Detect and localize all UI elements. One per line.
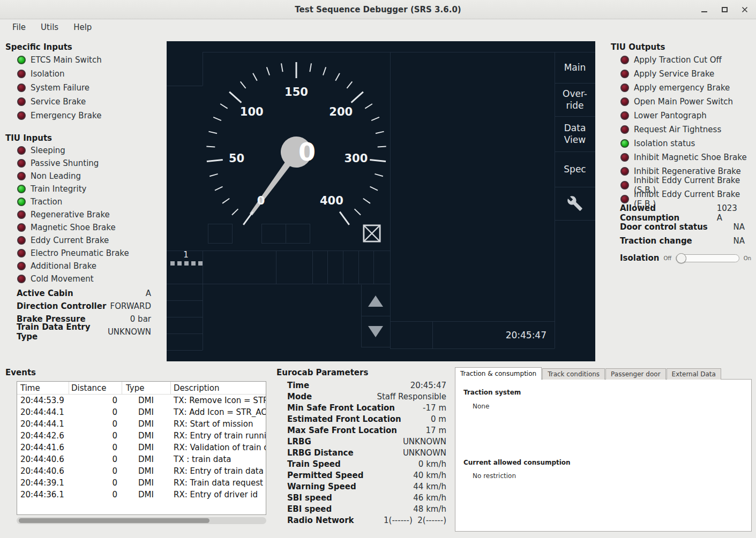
grid-line xyxy=(167,300,203,301)
input-cold-movement[interactable]: Cold Movement xyxy=(5,272,161,285)
scroll-down-button[interactable] xyxy=(368,326,383,337)
col-header-type[interactable]: Type xyxy=(122,382,171,394)
traction-system-title: Traction system xyxy=(463,389,521,396)
event-row[interactable]: 20:44:42.60DMIRX: Entry of train running… xyxy=(17,430,266,442)
cell-distance: 0 xyxy=(69,478,122,488)
scroll-up-button[interactable] xyxy=(368,295,383,307)
input-train-integrity[interactable]: Train Integrity xyxy=(5,183,161,195)
traction-system-value: None xyxy=(473,403,489,410)
col-header-description[interactable]: Description xyxy=(171,382,266,394)
input-sleeping[interactable]: Sleeping xyxy=(5,144,161,157)
event-row[interactable]: 20:44:53.90DMITX: Remove Icon = STR_ACK xyxy=(17,395,266,406)
input-traction[interactable]: Traction xyxy=(5,195,161,208)
output-label: Apply emergency Brake xyxy=(634,83,730,93)
train-data-entry-type-row: Train Data Entry TypeUNKNOWN xyxy=(5,325,151,338)
event-row[interactable]: 20:44:44.10DMITX: Add Icon = STR_ACK_ST xyxy=(17,406,266,418)
input-isolation[interactable]: Isolation xyxy=(5,67,161,81)
isolation-slider-knob[interactable] xyxy=(676,253,686,263)
cell-distance: 0 xyxy=(69,396,122,405)
cell-description: RX: Train data request xyxy=(171,478,266,488)
param-label: LRBG xyxy=(287,437,311,446)
led-icon xyxy=(620,97,629,106)
led-icon xyxy=(17,210,26,219)
param-value: 0 bar xyxy=(130,314,151,324)
events-table: Time Distance Type Description 20:44:53.… xyxy=(17,381,266,515)
input-etcs-main-switch[interactable]: ETCS Main Switch xyxy=(5,53,161,67)
param-value: 44 km/h xyxy=(413,482,446,491)
col-header-time[interactable]: Time xyxy=(17,382,69,394)
scrollbar-thumb[interactable] xyxy=(19,518,209,523)
tab-traction-consumption[interactable]: Traction & consumption xyxy=(455,367,542,380)
tab-passenger-door[interactable]: Passenger door xyxy=(605,368,666,380)
svg-text:0: 0 xyxy=(257,194,265,207)
event-row[interactable]: 20:44:41.60DMIRX: Validation of train da… xyxy=(17,442,266,453)
track-square xyxy=(184,261,189,266)
input-service-brake[interactable]: Service Brake xyxy=(5,95,161,109)
led-icon xyxy=(17,70,26,78)
param-row: Estimated Front Location0 m xyxy=(287,413,446,425)
dmi-settings-button[interactable] xyxy=(555,187,595,220)
crossed-track-icon xyxy=(363,224,381,243)
menu-file[interactable]: File xyxy=(6,21,32,34)
input-label: Magnetic Shoe Brake xyxy=(31,223,116,232)
param-value: -17 m xyxy=(423,403,446,413)
input-emergency-brake[interactable]: Emergency Brake xyxy=(5,109,161,123)
isolation-slider[interactable] xyxy=(676,254,739,262)
minimize-button[interactable] xyxy=(698,4,710,16)
param-label: Active Cabin xyxy=(17,289,73,298)
param-value: NA xyxy=(733,222,745,232)
menu-utils[interactable]: Utils xyxy=(35,21,64,34)
led-icon xyxy=(17,262,26,270)
traction-change-row: Traction changeNA xyxy=(611,234,751,248)
param-label: Estimated Front Location xyxy=(287,414,401,424)
dmi-spec-button[interactable]: Spec xyxy=(555,151,595,187)
event-row[interactable]: 20:44:40.60DMIRX: Entry of train data xyxy=(17,465,266,477)
dmi-data-view-button[interactable]: DataView xyxy=(555,116,595,151)
cell-time: 20:44:40.6 xyxy=(17,466,69,476)
cell-description: TX : train data xyxy=(171,454,266,464)
param-row: Permitted Speed40 km/h xyxy=(287,469,446,481)
close-icon xyxy=(742,6,748,13)
col-header-distance[interactable]: Distance xyxy=(69,382,122,394)
param-label: Warning Speed xyxy=(287,482,356,491)
grid-line xyxy=(167,350,203,351)
input-non-leading[interactable]: Non Leading xyxy=(5,170,161,183)
input-eddy-current-brake[interactable]: Eddy Current Brake xyxy=(5,234,161,247)
menu-help[interactable]: Help xyxy=(68,21,98,34)
event-row[interactable]: 20:44:44.10DMIRX: Start of mission xyxy=(17,418,266,430)
dmi-main-button[interactable]: Main xyxy=(555,52,595,83)
dmi-override-button[interactable]: Over-ride xyxy=(555,83,595,116)
grid-line xyxy=(203,284,203,350)
param-label: Train Data Entry Type xyxy=(17,322,108,342)
tab-external-data[interactable]: External Data xyxy=(667,368,721,380)
tab-track-conditions[interactable]: Track conditions xyxy=(542,368,605,380)
close-button[interactable] xyxy=(739,4,751,16)
param-value: 20:45:47 xyxy=(410,381,446,390)
grid-line xyxy=(361,347,390,347)
input-electro-pneumatic-brake[interactable]: Electro Pneumatic Brake xyxy=(5,247,161,260)
input-additional-brake[interactable]: Additional Brake xyxy=(5,260,161,272)
led-icon xyxy=(620,125,629,134)
param-label: Door control status xyxy=(620,222,708,232)
horizontal-scrollbar[interactable] xyxy=(17,517,266,524)
event-row[interactable]: 20:44:40.60DMITX : train data xyxy=(17,453,266,465)
input-magnetic-shoe-brake[interactable]: Magnetic Shoe Brake xyxy=(5,221,161,234)
led-icon xyxy=(17,97,26,106)
cell-description: RX: Entry of driver id xyxy=(171,490,266,499)
led-icon xyxy=(17,223,26,232)
maximize-button[interactable] xyxy=(718,4,730,16)
input-system-failure[interactable]: System Failure xyxy=(5,81,161,95)
event-row[interactable]: 20:44:36.10DMIRX: Entry of driver id xyxy=(17,489,266,501)
cell-description: RX: Start of mission xyxy=(171,419,266,429)
output-lower-pantograph: Lower Pantograph xyxy=(611,109,751,123)
param-row: Warning Speed44 km/h xyxy=(287,481,446,492)
cab-info-section: Active CabinA Direction ControllerFORWAR… xyxy=(5,287,151,338)
input-regenerative-brake[interactable]: Regenerative Brake xyxy=(5,208,161,221)
output-apply-service-brake: Apply Service Brake xyxy=(611,67,751,81)
input-label: Emergency Brake xyxy=(31,111,101,120)
event-row[interactable]: 20:44:39.10DMIRX: Train data request xyxy=(17,477,266,489)
input-passive-shunting[interactable]: Passive Shunting xyxy=(5,157,161,170)
tiu-inputs-title: TIU Inputs xyxy=(5,133,161,144)
level-track-icon xyxy=(170,261,203,266)
input-label: ETCS Main Switch xyxy=(31,55,102,65)
